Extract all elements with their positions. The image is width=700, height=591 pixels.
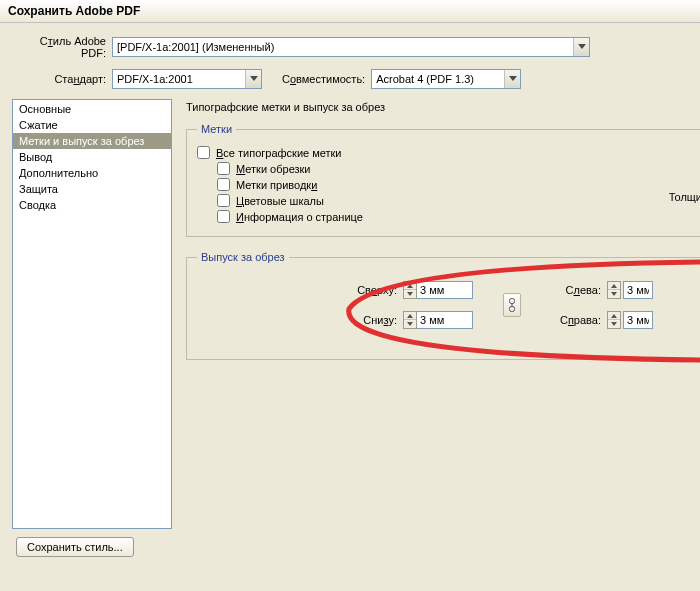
- chevron-down-icon[interactable]: [245, 70, 261, 88]
- weight-label-partial: Толщи: [669, 191, 700, 203]
- bleed-top-spinner[interactable]: [403, 281, 473, 299]
- color-bars-label: Цветовые шкалы: [236, 195, 324, 207]
- preset-dropdown[interactable]: [PDF/X-1a:2001] (Измененный): [112, 37, 590, 57]
- trim-marks-checkbox[interactable]: [217, 162, 230, 175]
- stepper-buttons[interactable]: [607, 281, 621, 299]
- page-info-label: Информация о странице: [236, 211, 363, 223]
- marks-group: Метки Все типографские метки Метки обрез…: [186, 123, 700, 237]
- bleed-right-input[interactable]: [623, 311, 653, 329]
- link-values-button[interactable]: [503, 293, 521, 317]
- bleed-left-label: Слева:: [551, 284, 601, 296]
- chevron-up-icon[interactable]: [404, 312, 416, 320]
- preset-value: [PDF/X-1a:2001] (Измененный): [117, 41, 573, 53]
- bleed-top-label: Сверху:: [347, 284, 397, 296]
- registration-marks-label: Метки приводки: [236, 179, 317, 191]
- sidebar-item-general[interactable]: Основные: [13, 101, 171, 117]
- trim-marks-label: Метки обрезки: [236, 163, 311, 175]
- chevron-down-icon[interactable]: [608, 290, 620, 298]
- stepper-buttons[interactable]: [403, 311, 417, 329]
- chevron-down-icon[interactable]: [608, 320, 620, 328]
- bleed-right-label: Справа:: [551, 314, 601, 326]
- bleed-bottom-input[interactable]: [417, 311, 473, 329]
- chevron-up-icon[interactable]: [404, 282, 416, 290]
- page-info-checkbox[interactable]: [217, 210, 230, 223]
- svg-rect-0: [510, 299, 515, 304]
- compat-dropdown[interactable]: Acrobat 4 (PDF 1.3): [371, 69, 521, 89]
- registration-marks-checkbox[interactable]: [217, 178, 230, 191]
- chevron-down-icon[interactable]: [404, 320, 416, 328]
- category-list: Основные Сжатие Метки и выпуск за обрез …: [12, 99, 172, 529]
- chevron-up-icon[interactable]: [608, 282, 620, 290]
- sidebar-item-output[interactable]: Вывод: [13, 149, 171, 165]
- save-style-button[interactable]: Сохранить стиль...: [16, 537, 134, 557]
- chevron-up-icon[interactable]: [608, 312, 620, 320]
- color-bars-checkbox[interactable]: [217, 194, 230, 207]
- bleed-left-spinner[interactable]: [607, 281, 653, 299]
- standard-dropdown[interactable]: PDF/X-1a:2001: [112, 69, 262, 89]
- sidebar-item-marks-bleed[interactable]: Метки и выпуск за обрез: [13, 133, 171, 149]
- window-title: Сохранить Adobe PDF: [0, 0, 700, 23]
- chevron-down-icon[interactable]: [504, 70, 520, 88]
- bleed-bottom-spinner[interactable]: [403, 311, 473, 329]
- bleed-bottom-label: Снизу:: [347, 314, 397, 326]
- sidebar-item-security[interactable]: Защита: [13, 181, 171, 197]
- compat-label: Совместимость:: [282, 73, 365, 85]
- standard-label: Стандарт:: [12, 73, 106, 85]
- chevron-down-icon[interactable]: [404, 290, 416, 298]
- standard-value: PDF/X-1a:2001: [117, 73, 245, 85]
- sidebar-item-advanced[interactable]: Дополнительно: [13, 165, 171, 181]
- panel-title: Типографские метки и выпуск за обрез: [186, 101, 700, 113]
- link-icon: [508, 298, 516, 312]
- bleed-group: Выпуск за обрез Сверху:: [186, 251, 700, 360]
- sidebar-item-summary[interactable]: Сводка: [13, 197, 171, 213]
- bleed-top-input[interactable]: [417, 281, 473, 299]
- stepper-buttons[interactable]: [607, 311, 621, 329]
- bleed-right-spinner[interactable]: [607, 311, 653, 329]
- bleed-legend: Выпуск за обрез: [197, 251, 289, 263]
- stepper-buttons[interactable]: [403, 281, 417, 299]
- svg-rect-1: [510, 307, 515, 312]
- all-marks-row: Все типографские метки: [197, 146, 690, 159]
- sidebar-item-compression[interactable]: Сжатие: [13, 117, 171, 133]
- compat-value: Acrobat 4 (PDF 1.3): [376, 73, 504, 85]
- all-marks-checkbox[interactable]: [197, 146, 210, 159]
- preset-label: Стиль Adobe PDF:: [12, 35, 106, 59]
- marks-legend: Метки: [197, 123, 236, 135]
- chevron-down-icon[interactable]: [573, 38, 589, 56]
- bleed-left-input[interactable]: [623, 281, 653, 299]
- all-marks-label: Все типографские метки: [216, 147, 342, 159]
